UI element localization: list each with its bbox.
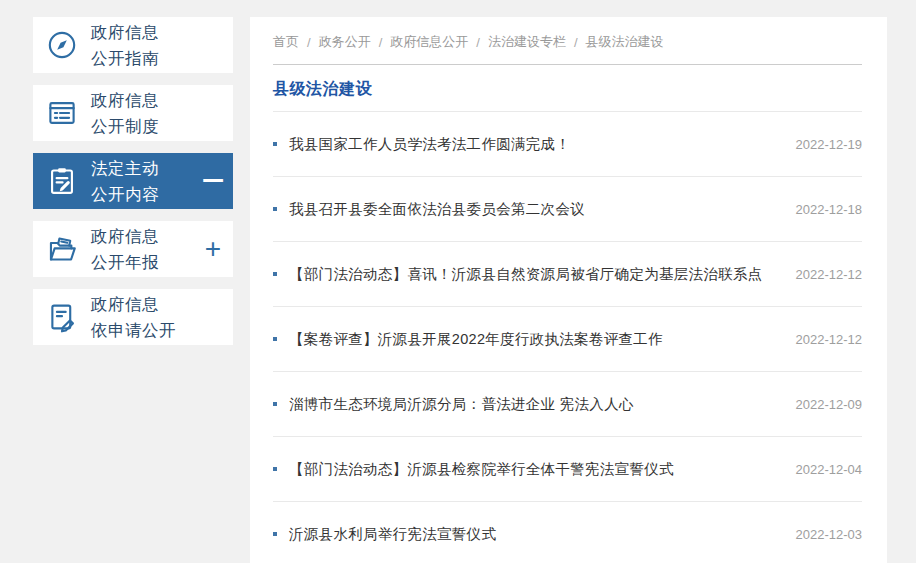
article-title-link[interactable]: 【部门法治动态】喜讯！沂源县自然资源局被省厅确定为基层法治联系点 — [289, 265, 784, 284]
article-title-link[interactable]: 淄博市生态环境局沂源分局：普法进企业 宪法入人心 — [289, 395, 784, 414]
article-title-link[interactable]: 【部门法治动态】沂源县检察院举行全体干警宪法宣誓仪式 — [289, 460, 784, 479]
clipboard-pen-icon — [33, 164, 91, 198]
article-title-link[interactable]: 沂源县水利局举行宪法宣誓仪式 — [289, 525, 784, 544]
article-date: 2022-12-12 — [796, 332, 863, 347]
breadcrumb-rule-of-law-column[interactable]: 法治建设专栏 — [488, 33, 566, 51]
collapse-icon[interactable]: − — [201, 167, 224, 195]
sidebar-item-label: 政府信息 公开年报 — [91, 223, 159, 275]
folder-doc-icon — [33, 232, 91, 266]
sidebar-item-label: 政府信息 依申请公开 — [91, 291, 176, 343]
doc-pencil-icon — [33, 300, 91, 334]
breadcrumb: 首页 / 政务公开 / 政府信息公开 / 法治建设专栏 / 县级法治建设 — [273, 17, 862, 65]
sidebar-item-label: 政府信息 公开制度 — [91, 87, 159, 139]
article-date: 2022-12-19 — [796, 137, 863, 152]
breadcrumb-separator: / — [476, 35, 480, 50]
bullet-icon — [273, 272, 277, 276]
article-row[interactable]: 【部门法治动态】喜讯！沂源县自然资源局被省厅确定为基层法治联系点 2022-12… — [273, 242, 862, 307]
page-title: 县级法治建设 — [273, 65, 862, 112]
document-list-icon — [33, 96, 91, 130]
article-row[interactable]: 【部门法治动态】沂源县检察院举行全体干警宪法宣誓仪式 2022-12-04 — [273, 437, 862, 502]
bullet-icon — [273, 142, 277, 146]
article-row[interactable]: 我县召开县委全面依法治县委员会第二次会议 2022-12-18 — [273, 177, 862, 242]
breadcrumb-current-page: 县级法治建设 — [586, 33, 664, 51]
bullet-icon — [273, 402, 277, 406]
article-date: 2022-12-03 — [796, 527, 863, 542]
article-list: 我县国家工作人员学法考法工作圆满完成！ 2022-12-19 我县召开县委全面依… — [273, 112, 862, 563]
article-row[interactable]: 沂源县水利局举行宪法宣誓仪式 2022-12-03 — [273, 502, 862, 563]
compass-icon — [33, 28, 91, 62]
bullet-icon — [273, 467, 277, 471]
breadcrumb-zhengwu-gongkai[interactable]: 政务公开 — [319, 33, 371, 51]
article-row[interactable]: 【案卷评查】沂源县开展2022年度行政执法案卷评查工作 2022-12-12 — [273, 307, 862, 372]
sidebar-item-gov-info-system[interactable]: 政府信息 公开制度 — [33, 85, 233, 141]
sidebar-item-disclosure-on-request[interactable]: 政府信息 依申请公开 — [33, 289, 233, 345]
article-date: 2022-12-04 — [796, 462, 863, 477]
sidebar-item-annual-report[interactable]: 政府信息 公开年报 + — [33, 221, 233, 277]
breadcrumb-separator: / — [379, 35, 383, 50]
sidebar-item-label: 法定主动 公开内容 — [91, 155, 159, 207]
article-date: 2022-12-09 — [796, 397, 863, 412]
article-row[interactable]: 我县国家工作人员学法考法工作圆满完成！ 2022-12-19 — [273, 112, 862, 177]
main-content-panel: 首页 / 政务公开 / 政府信息公开 / 法治建设专栏 / 县级法治建设 县级法… — [250, 17, 887, 563]
bullet-icon — [273, 532, 277, 536]
breadcrumb-separator: / — [574, 35, 578, 50]
article-row[interactable]: 淄博市生态环境局沂源分局：普法进企业 宪法入人心 2022-12-09 — [273, 372, 862, 437]
bullet-icon — [273, 337, 277, 341]
sidebar-item-gov-info-guide[interactable]: 政府信息 公开指南 — [33, 17, 233, 73]
article-title-link[interactable]: 我县召开县委全面依法治县委员会第二次会议 — [289, 200, 784, 219]
article-date: 2022-12-12 — [796, 267, 863, 282]
expand-icon[interactable]: + — [205, 235, 221, 263]
sidebar: 政府信息 公开指南 政府信息 公开制度 法定 — [33, 17, 233, 357]
breadcrumb-separator: / — [307, 35, 311, 50]
article-date: 2022-12-18 — [796, 202, 863, 217]
sidebar-item-label: 政府信息 公开指南 — [91, 19, 159, 71]
sidebar-item-statutory-disclosure[interactable]: 法定主动 公开内容 − — [33, 153, 233, 209]
breadcrumb-gov-info-disclosure[interactable]: 政府信息公开 — [390, 33, 468, 51]
bullet-icon — [273, 207, 277, 211]
article-title-link[interactable]: 我县国家工作人员学法考法工作圆满完成！ — [289, 135, 784, 154]
article-title-link[interactable]: 【案卷评查】沂源县开展2022年度行政执法案卷评查工作 — [289, 330, 784, 349]
breadcrumb-home[interactable]: 首页 — [273, 33, 299, 51]
